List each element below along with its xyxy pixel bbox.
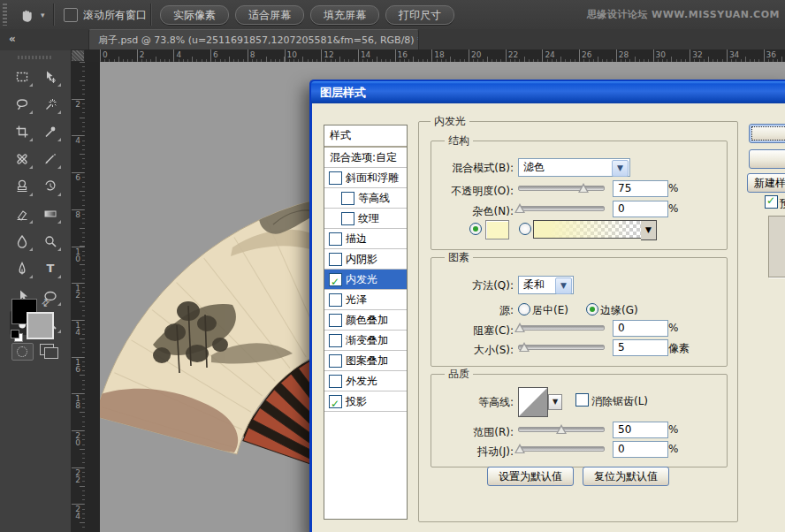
noise-value-input[interactable]: 0 [613,201,668,217]
jitter-slider[interactable] [518,442,605,455]
range-value-input[interactable]: 50 [613,422,668,438]
eyedropper-tool-icon[interactable] [38,119,63,143]
source-edge-radio[interactable] [586,303,598,315]
opacity-value-input[interactable]: 75 [613,180,668,197]
chevron-down-icon[interactable]: ▼ [612,160,629,177]
magic-wand-tool-icon[interactable] [38,92,63,116]
actual-pixels-button[interactable]: 实际像素 [160,5,229,25]
style-item-label: 外发光 [346,371,377,391]
fill-screen-button[interactable]: 填充屏幕 [310,5,379,25]
print-size-button[interactable]: 打印尺寸 [385,5,454,25]
style-checkbox-光泽[interactable] [329,293,342,307]
technique-select[interactable]: 柔和 ▼ [518,276,574,294]
quick-mask-button[interactable] [11,343,34,361]
blur-tool-icon[interactable] [10,229,34,253]
scroll-all-windows-checkbox[interactable] [64,8,78,22]
pen-tool-icon[interactable] [10,256,34,280]
style-item-等高线[interactable]: 等高线 [324,188,407,209]
move-tool-icon[interactable] [38,65,63,88]
opacity-slider[interactable] [518,181,605,194]
lasso-tool-icon[interactable] [10,92,34,116]
style-item-内阴影[interactable]: 内阴影 [324,249,407,270]
style-checkbox-投影[interactable] [329,395,342,408]
screen-mode-button[interactable] [38,342,61,360]
horizontal-ruler[interactable]: 024681012141618202224262830323436 [85,49,785,63]
style-checkbox-内发光[interactable] [329,273,342,286]
opacity-label: 不透明度(O): [430,184,514,199]
jitter-value-input[interactable]: 0 [613,441,668,458]
glow-color-swatch[interactable] [485,220,509,239]
set-default-button[interactable]: 设置为默认值 [487,467,574,486]
size-slider[interactable] [518,340,605,353]
tool-preset-caret-icon[interactable]: ▾ [41,11,45,19]
gradient-tool-icon[interactable] [38,201,63,225]
ok-button[interactable] [749,124,785,143]
history-brush-tool-icon[interactable] [38,174,63,198]
anti-alias-checkbox[interactable] [575,393,589,407]
choke-label: 阻塞(C): [430,323,514,338]
glow-gradient-radio[interactable] [519,223,531,235]
style-item-外发光[interactable]: 外发光 [324,371,407,391]
dodge-tool-icon[interactable] [38,229,63,253]
style-item-斜面和浮雕[interactable]: 斜面和浮雕 [324,168,407,188]
crop-tool-icon[interactable] [10,119,34,143]
new-style-button[interactable]: 新建样式... [747,173,785,193]
ruler-origin-corner[interactable] [71,49,85,62]
vertical-ruler[interactable]: 24681012141618202224 [71,62,86,532]
glow-gradient-bar[interactable] [533,220,643,239]
glow-color-radio[interactable] [469,223,482,235]
style-checkbox-内阴影[interactable] [329,253,342,266]
fit-screen-button[interactable]: 适合屏幕 [235,5,304,25]
style-item-label: 光泽 [346,290,367,309]
style-checkbox-图案叠加[interactable] [329,354,342,368]
photoshop-app: { "options_bar": { "tool_icon": "hand-ic… [0,0,785,532]
style-item-内发光[interactable]: 内发光 [324,270,407,290]
style-item-纹理[interactable]: 纹理 [324,209,407,229]
brush-tool-icon[interactable] [38,147,63,171]
dialog-title-bar[interactable]: 图层样式 [311,81,785,103]
contour-thumbnail[interactable] [518,387,548,417]
eraser-tool-icon[interactable] [10,201,34,225]
spot-healing-brush-tool-icon[interactable] [10,147,34,171]
clone-stamp-tool-icon[interactable] [10,174,34,198]
style-item-投影[interactable]: 投影 [324,391,407,412]
background-color-swatch[interactable] [27,312,54,339]
source-center-radio[interactable] [518,303,530,315]
watermark-text: 思缘设计论坛 WWW.MISSYUAN.COM [587,8,780,21]
default-colors-icon[interactable] [11,330,23,342]
collapse-panel-icon[interactable]: « [9,33,16,45]
style-checkbox-描边[interactable] [329,232,342,246]
style-checkbox-纹理[interactable] [341,212,354,225]
gradient-picker-arrow-icon[interactable]: ▼ [641,220,657,240]
tools-panel-grip[interactable] [18,56,53,59]
blend-mode-select[interactable]: 滤色 ▼ [518,158,630,177]
style-item-混合选项:自定[interactable]: 混合选项:自定 [324,148,407,168]
style-item-颜色叠加[interactable]: 颜色叠加 [324,310,407,331]
style-checkbox-颜色叠加[interactable] [329,314,342,327]
size-value-input[interactable]: 5 [613,339,668,356]
options-bar-grip[interactable] [3,4,7,26]
range-slider[interactable] [518,422,605,436]
quality-group-label: 品质 [445,369,473,380]
type-tool-icon[interactable]: T [38,256,63,280]
style-item-图案叠加[interactable]: 图案叠加 [324,351,407,371]
style-item-光泽[interactable]: 光泽 [324,290,407,310]
choke-value-input[interactable]: 0 [613,320,668,337]
contour-picker-arrow-icon[interactable]: ▼ [548,394,562,410]
noise-slider[interactable] [518,201,605,215]
style-item-描边[interactable]: 描边 [324,229,407,249]
style-item-渐变叠加[interactable]: 渐变叠加 [324,331,407,351]
choke-slider[interactable] [518,321,605,334]
cancel-button[interactable] [749,149,785,169]
ruler-label: 22 [72,467,84,483]
reset-default-button[interactable]: 复位为默认值 [583,467,669,486]
style-checkbox-等高线[interactable] [341,192,354,205]
preview-checkbox[interactable] [765,195,778,209]
document-tab[interactable]: 扇子.psd @ 73.8% (u=2511691857,1207205581&… [88,29,419,50]
chevron-down-icon[interactable]: ▼ [555,277,572,294]
noise-label: 杂色(N): [430,204,514,219]
style-checkbox-斜面和浮雕[interactable] [329,171,342,185]
style-checkbox-渐变叠加[interactable] [329,334,342,347]
rectangular-marquee-tool-icon[interactable] [10,65,34,88]
style-checkbox-外发光[interactable] [329,375,342,388]
